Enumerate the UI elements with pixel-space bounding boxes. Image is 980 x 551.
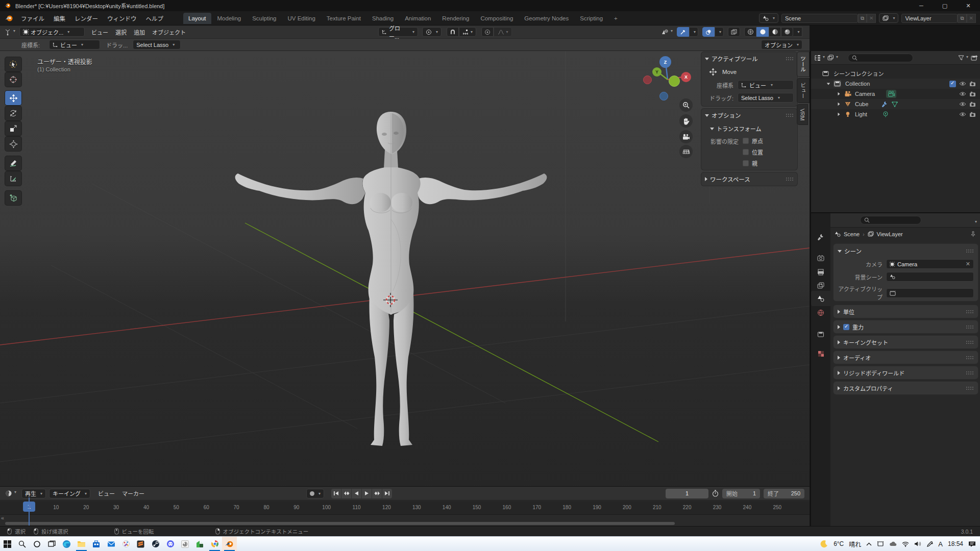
mail-button[interactable] — [104, 537, 118, 551]
outliner-light-row[interactable]: Light — [811, 109, 980, 119]
sidebar-tab-view[interactable]: ビュー — [797, 79, 809, 103]
section-units[interactable]: 単位 — [834, 305, 978, 318]
pivot-point-dropdown[interactable] — [422, 27, 442, 37]
proportional-edit-toggle[interactable] — [481, 27, 494, 37]
scene-copy-button[interactable]: ⧉ — [858, 14, 867, 23]
workspace-tab-animation[interactable]: Animation — [400, 13, 436, 24]
current-frame-field[interactable]: 1 — [666, 489, 708, 498]
discord-button[interactable] — [163, 537, 178, 551]
next-keyframe-button[interactable] — [372, 489, 382, 498]
clock[interactable]: 18:54 — [948, 540, 963, 547]
outliner-filter-dropdown[interactable] — [958, 55, 968, 61]
timeline-menu-keying[interactable]: キーイング — [49, 489, 90, 498]
viewlayer-name-field[interactable]: ViewLayer — [901, 14, 958, 23]
collapse-arrow-icon[interactable] — [705, 58, 709, 60]
workspace-tab-shading[interactable]: Shading — [367, 13, 399, 24]
camera-prop-field[interactable]: Camera ✕ — [886, 259, 974, 269]
blender-app-icon[interactable] — [5, 14, 13, 22]
npanel-coord-dropdown[interactable]: ビュー — [738, 80, 794, 90]
outliner-collection-row[interactable]: Collection — [811, 79, 980, 89]
play-reverse-button[interactable] — [352, 489, 361, 498]
outliner-cube-row[interactable]: Cube — [811, 99, 980, 109]
tool-select-box[interactable] — [5, 57, 21, 71]
editor-type-dropdown[interactable] — [4, 29, 15, 36]
end-frame-field[interactable]: 終了 250 — [764, 489, 804, 498]
viewport-menu-view[interactable]: ビュー — [88, 27, 112, 38]
spiral-app-button[interactable] — [178, 537, 192, 551]
visibility-dropdown[interactable] — [661, 29, 673, 35]
outliner-search-input[interactable] — [848, 54, 913, 62]
tab-tool-properties[interactable] — [811, 230, 830, 245]
gizmo-x-axis[interactable]: X — [681, 72, 691, 82]
shading-dropdown[interactable] — [793, 27, 802, 37]
timeline-menu-view[interactable]: ビュー — [94, 488, 118, 499]
breadcrumb-scene[interactable]: Scene — [844, 231, 860, 237]
wifi-icon[interactable] — [902, 541, 909, 547]
panel-grip[interactable] — [966, 310, 974, 314]
jump-to-start-button[interactable] — [331, 489, 341, 498]
scene-browse-dropdown[interactable] — [759, 13, 778, 23]
gizmos-toggle[interactable] — [677, 27, 689, 37]
weather-temperature[interactable]: 6°C — [834, 540, 844, 547]
expand-arrow-icon[interactable] — [838, 92, 840, 95]
workspace-tab-add[interactable]: + — [609, 13, 623, 24]
weather-description[interactable]: 晴れ — [849, 540, 861, 548]
tool-rotate[interactable] — [5, 106, 21, 120]
viewport-menu-select[interactable]: 選択 — [112, 27, 130, 38]
navigation-gizmo[interactable]: Z Y X — [642, 53, 693, 104]
tab-render-properties[interactable] — [811, 250, 830, 265]
gizmos-dropdown[interactable] — [689, 27, 698, 37]
gravity-checkbox[interactable] — [843, 324, 849, 330]
background-scene-field[interactable] — [886, 272, 974, 282]
weather-moon-icon[interactable] — [820, 540, 828, 548]
outliner-editor-dropdown[interactable] — [814, 55, 825, 61]
breadcrumb-viewlayer[interactable]: ViewLayer — [877, 231, 903, 237]
panel-grip[interactable] — [966, 325, 974, 329]
tab-scene-properties[interactable] — [811, 291, 830, 306]
drag-dropdown[interactable]: Select Lasso — [133, 40, 181, 49]
gizmo-minus-x-axis[interactable] — [643, 76, 652, 84]
disable-render-icon[interactable] — [969, 91, 976, 97]
cortana-button[interactable] — [30, 537, 44, 551]
chrome-button[interactable] — [207, 537, 222, 551]
snap-target-dropdown[interactable] — [459, 27, 476, 37]
minimize-button[interactable]: ─ — [910, 0, 933, 11]
collapse-arrow-icon[interactable] — [838, 250, 842, 253]
gizmo-minus-z-axis[interactable] — [659, 92, 668, 101]
menu-help[interactable]: ヘルプ — [141, 12, 168, 24]
pen-icon[interactable] — [926, 541, 933, 547]
workspace-tab-layout[interactable]: Layout — [183, 13, 211, 24]
expand-arrow-icon[interactable] — [838, 103, 840, 106]
play-button[interactable] — [362, 489, 372, 498]
disable-render-icon[interactable] — [969, 81, 976, 87]
tray-expand-icon[interactable] — [866, 542, 872, 546]
workspace-tab-sculpting[interactable]: Sculpting — [247, 13, 281, 24]
panel-grip[interactable] — [786, 113, 794, 117]
viewlayer-browse-dropdown[interactable] — [879, 13, 898, 23]
blender-taskbar-button[interactable] — [222, 537, 237, 551]
task-view-button[interactable] — [44, 537, 59, 551]
tool-measure[interactable] — [5, 171, 21, 186]
timeline-editor-dropdown[interactable] — [5, 490, 16, 497]
shading-wireframe-button[interactable] — [744, 27, 756, 37]
timeline-menu-playback[interactable]: 再生 — [21, 489, 46, 498]
sublime-button[interactable] — [133, 537, 148, 551]
pin-icon[interactable] — [970, 231, 976, 237]
tool-cursor[interactable] — [5, 72, 21, 87]
camera-data-icon[interactable] — [886, 90, 896, 98]
tool-transform[interactable] — [5, 137, 21, 151]
timeline-ruler[interactable]: 1020304050607080901001101201301401501601… — [0, 501, 810, 515]
section-keying-sets[interactable]: キーイングセット — [834, 336, 978, 348]
clear-camera-icon[interactable]: ✕ — [966, 261, 970, 267]
menu-edit[interactable]: 編集 — [49, 12, 70, 24]
workspace-tab-uvediting[interactable]: UV Editing — [283, 13, 321, 24]
store-button[interactable] — [89, 537, 104, 551]
prev-keyframe-button[interactable] — [341, 489, 351, 498]
sidebar-tab-tool[interactable]: ツール — [797, 52, 809, 77]
viewlayer-delete-button[interactable]: ✕ — [967, 14, 976, 23]
proportional-falloff-dropdown[interactable] — [494, 27, 512, 37]
file-explorer-button[interactable] — [74, 537, 89, 551]
properties-search-input[interactable] — [860, 216, 921, 224]
outliner-scene-collection-row[interactable]: シーンコレクション — [811, 68, 980, 79]
outliner-display-dropdown[interactable] — [827, 55, 838, 61]
